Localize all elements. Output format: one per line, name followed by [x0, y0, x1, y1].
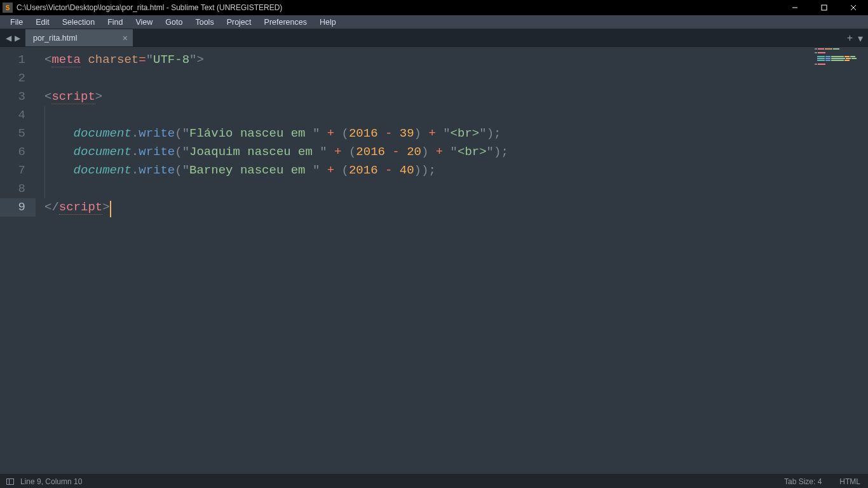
- code-content[interactable]: <meta charset="UTF-8"> <script> document…: [36, 47, 868, 217]
- tab-forward-icon[interactable]: ▶: [13, 34, 21, 43]
- tab-back-icon[interactable]: ◀: [4, 34, 12, 43]
- panel-toggle-icon[interactable]: [6, 478, 14, 485]
- line-number[interactable]: 9: [0, 198, 36, 217]
- line-number[interactable]: 1: [0, 51, 36, 69]
- close-button[interactable]: [839, 0, 868, 15]
- status-tab-size[interactable]: Tab Size: 4: [784, 477, 822, 486]
- code-line[interactable]: [44, 180, 868, 198]
- menu-view[interactable]: View: [129, 17, 159, 28]
- line-number[interactable]: 2: [0, 69, 36, 88]
- menu-bar: File Edit Selection Find View Goto Tools…: [0, 15, 868, 29]
- tab-label: por_rita.html: [33, 34, 77, 43]
- cursor-caret: [110, 201, 111, 217]
- code-line[interactable]: <script>: [44, 88, 868, 106]
- code-line[interactable]: document.write("Flávio nasceu em " + (20…: [44, 125, 868, 143]
- minimap[interactable]: [811, 48, 868, 475]
- code-line[interactable]: [44, 69, 868, 88]
- tab-por-rita[interactable]: por_rita.html ×: [25, 29, 133, 46]
- menu-file[interactable]: File: [4, 17, 29, 28]
- code-line[interactable]: document.write("Joaquim nasceu em " + (2…: [44, 143, 868, 161]
- menu-selection[interactable]: Selection: [56, 17, 101, 28]
- menu-edit[interactable]: Edit: [29, 17, 56, 28]
- line-number[interactable]: 5: [0, 125, 36, 143]
- menu-find[interactable]: Find: [101, 17, 129, 28]
- line-number[interactable]: 4: [0, 106, 36, 125]
- code-line[interactable]: </script>: [44, 198, 868, 217]
- line-number[interactable]: 6: [0, 143, 36, 161]
- window-controls: [780, 0, 868, 15]
- svg-rect-1: [822, 5, 827, 10]
- tab-close-icon[interactable]: ×: [123, 33, 128, 43]
- code-line[interactable]: [44, 106, 868, 125]
- line-number[interactable]: 3: [0, 88, 36, 106]
- status-bar: Line 9, Column 10 Tab Size: 4 HTML: [0, 474, 868, 488]
- tab-strip: ◀ ▶ por_rita.html × + ▾: [0, 29, 868, 47]
- window-title: C:\Users\Victor\Desktop\logica\por_rita.…: [17, 3, 282, 12]
- menu-tools[interactable]: Tools: [189, 17, 220, 28]
- menu-goto[interactable]: Goto: [159, 17, 189, 28]
- app-icon: S: [3, 3, 13, 13]
- menu-project[interactable]: Project: [220, 17, 258, 28]
- menu-help[interactable]: Help: [313, 17, 342, 28]
- status-syntax[interactable]: HTML: [839, 477, 860, 486]
- line-number[interactable]: 7: [0, 161, 36, 180]
- tab-history-nav: ◀ ▶: [0, 29, 25, 46]
- menu-preferences[interactable]: Preferences: [258, 17, 313, 28]
- minimize-button[interactable]: [780, 0, 810, 15]
- code-line[interactable]: document.write("Barney nasceu em " + (20…: [44, 161, 868, 180]
- line-number[interactable]: 8: [0, 180, 36, 198]
- editor[interactable]: 1 2 3 4 5 6 7 8 9 <meta charset="UTF-8">…: [0, 47, 868, 474]
- maximize-button[interactable]: [810, 0, 839, 15]
- tab-menu-icon[interactable]: ▾: [858, 32, 863, 44]
- new-tab-icon[interactable]: +: [847, 32, 853, 44]
- gutter: 1 2 3 4 5 6 7 8 9: [0, 47, 36, 474]
- code-line[interactable]: <meta charset="UTF-8">: [44, 51, 868, 69]
- title-bar: S C:\Users\Victor\Desktop\logica\por_rit…: [0, 0, 868, 15]
- status-cursor-position: Line 9, Column 10: [20, 477, 82, 486]
